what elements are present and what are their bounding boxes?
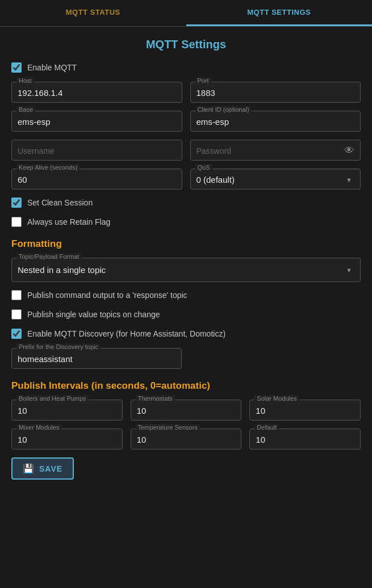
intervals-row-1: Boilers and Heat Pumps Thermostats Solar… bbox=[11, 400, 361, 421]
base-field: Base bbox=[11, 111, 182, 132]
boilers-field: Boilers and Heat Pumps bbox=[11, 400, 123, 421]
qos-select[interactable]: 0 (default) 1 2 bbox=[197, 174, 355, 186]
qos-field: QoS 0 (default) 1 2 bbox=[190, 169, 361, 190]
page-title: MQTT Settings bbox=[11, 38, 361, 51]
base-clientid-row: Base Client ID (optional) bbox=[11, 111, 361, 132]
enable-discovery-label: Enable MQTT Discovery (for Home Assistan… bbox=[27, 329, 225, 338]
enable-discovery-checkbox[interactable] bbox=[11, 329, 22, 339]
topic-payload-label: Topic/Payload Format bbox=[16, 253, 81, 260]
thermostats-label: Thermostats bbox=[136, 395, 175, 402]
solar-label: Solar Modules bbox=[254, 395, 299, 402]
clean-session-row: Set Clean Session bbox=[11, 198, 361, 208]
topic-payload-field: Topic/Payload Format Nested in a single … bbox=[11, 258, 361, 282]
client-id-field: Client ID (optional) bbox=[190, 111, 361, 132]
publish-single-label: Publish single value topics on change bbox=[27, 310, 160, 319]
base-label: Base bbox=[16, 106, 35, 113]
enable-mqtt-checkbox[interactable] bbox=[11, 62, 22, 73]
password-toggle-icon[interactable]: 👁 bbox=[344, 145, 354, 157]
save-label: SAVE bbox=[39, 464, 62, 473]
publish-command-label: Publish command output to a 'response' t… bbox=[27, 291, 187, 300]
thermostats-field: Thermostats bbox=[131, 400, 242, 421]
keepalive-qos-row: Keep Alive (seconds) QoS 0 (default) 1 2 bbox=[11, 169, 361, 190]
mixer-field: Mixer Modules bbox=[11, 429, 123, 450]
user-pass-row: 👁 bbox=[11, 140, 361, 161]
publish-single-row: Publish single value topics on change bbox=[11, 309, 361, 320]
host-field: Host bbox=[11, 82, 182, 103]
host-input[interactable] bbox=[18, 87, 176, 99]
intervals-title: Publish Intervals (in seconds, 0=automat… bbox=[11, 380, 361, 392]
port-field: Port bbox=[190, 82, 361, 103]
base-input[interactable] bbox=[18, 116, 176, 128]
qos-label: QoS bbox=[195, 164, 212, 171]
publish-single-checkbox[interactable] bbox=[11, 309, 22, 320]
mixer-input[interactable] bbox=[18, 434, 116, 446]
boilers-label: Boilers and Heat Pumps bbox=[16, 395, 89, 402]
enable-discovery-row: Enable MQTT Discovery (for Home Assistan… bbox=[11, 329, 361, 339]
default-field: Default bbox=[249, 429, 361, 450]
password-field: 👁 bbox=[190, 140, 361, 161]
solar-input[interactable] bbox=[256, 405, 354, 417]
username-field bbox=[11, 140, 182, 161]
host-port-row: Host Port bbox=[11, 82, 361, 103]
enable-mqtt-label: Enable MQTT bbox=[27, 63, 77, 72]
topic-payload-select-wrapper: Nested in a single topic Single topic pe… bbox=[18, 263, 354, 277]
default-input[interactable] bbox=[256, 434, 354, 446]
port-label: Port bbox=[195, 77, 211, 84]
main-content: MQTT Settings Enable MQTT Host Port Base… bbox=[0, 27, 372, 497]
port-input[interactable] bbox=[197, 87, 355, 99]
temp-sensors-input[interactable] bbox=[137, 434, 236, 446]
temp-sensors-label: Temperature Sensors bbox=[136, 424, 200, 431]
retain-flag-label: Always use Retain Flag bbox=[27, 217, 110, 226]
client-id-input[interactable] bbox=[197, 116, 355, 128]
keep-alive-label: Keep Alive (seconds) bbox=[16, 164, 80, 171]
password-input[interactable] bbox=[197, 145, 345, 157]
prefix-field: Prefix for the Discovery topic bbox=[11, 348, 182, 369]
enable-mqtt-row: Enable MQTT bbox=[11, 62, 361, 73]
save-button[interactable]: 💾 SAVE bbox=[11, 457, 74, 480]
prefix-input[interactable] bbox=[18, 353, 175, 365]
mixer-label: Mixer Modules bbox=[16, 424, 62, 431]
thermostats-input[interactable] bbox=[137, 405, 236, 417]
default-label: Default bbox=[254, 424, 279, 431]
clean-session-label: Set Clean Session bbox=[27, 198, 93, 207]
username-input[interactable] bbox=[18, 145, 176, 157]
publish-command-checkbox[interactable] bbox=[11, 290, 22, 300]
temp-sensors-field: Temperature Sensors bbox=[131, 429, 242, 450]
solar-field: Solar Modules bbox=[249, 400, 361, 421]
keep-alive-input[interactable] bbox=[18, 174, 176, 186]
formatting-title: Formatting bbox=[11, 238, 361, 250]
publish-command-row: Publish command output to a 'response' t… bbox=[11, 290, 361, 300]
qos-select-wrapper: 0 (default) 1 2 bbox=[197, 174, 355, 186]
save-icon: 💾 bbox=[23, 463, 35, 474]
tab-mqtt-status[interactable]: MQTT STATUS bbox=[0, 0, 186, 26]
client-id-label: Client ID (optional) bbox=[195, 106, 252, 113]
tabs-bar: MQTT STATUS MQTT SETTINGS bbox=[0, 0, 372, 27]
retain-flag-row: Always use Retain Flag bbox=[11, 217, 361, 227]
retain-flag-checkbox[interactable] bbox=[11, 217, 22, 227]
topic-payload-select[interactable]: Nested in a single topic Single topic pe… bbox=[18, 263, 354, 277]
boilers-input[interactable] bbox=[18, 405, 116, 417]
keep-alive-field: Keep Alive (seconds) bbox=[11, 169, 182, 190]
prefix-label: Prefix for the Discovery topic bbox=[16, 343, 101, 350]
clean-session-checkbox[interactable] bbox=[11, 198, 22, 208]
intervals-row-2: Mixer Modules Temperature Sensors Defaul… bbox=[11, 429, 361, 450]
host-label: Host bbox=[16, 77, 34, 84]
tab-mqtt-settings[interactable]: MQTT SETTINGS bbox=[186, 0, 373, 26]
